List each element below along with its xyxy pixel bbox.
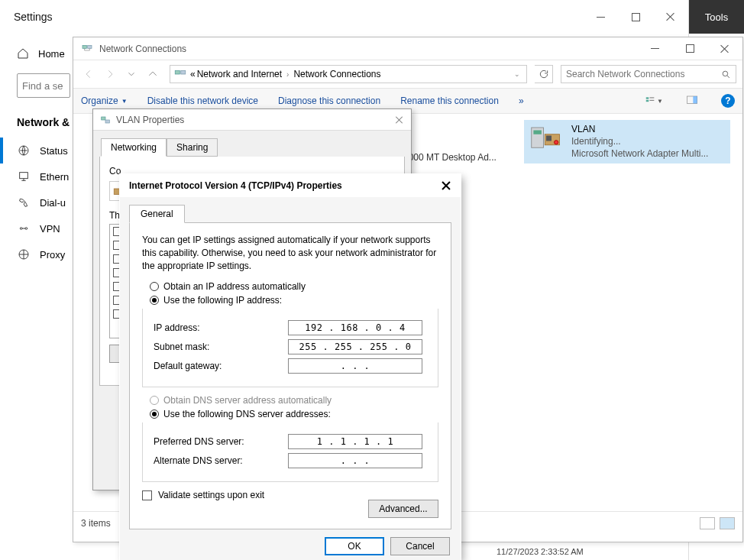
ethernet-icon	[17, 170, 31, 183]
network-icon	[99, 114, 112, 126]
default-gateway-input[interactable]: . . .	[288, 358, 422, 374]
svg-rect-13	[649, 100, 654, 101]
adapter-name: VLAN	[571, 123, 708, 135]
proxy-icon	[17, 248, 31, 261]
alternate-dns-input[interactable]: . . .	[288, 453, 422, 468]
radio-obtain-ip-auto[interactable]: Obtain an IP address automatically	[150, 281, 438, 292]
subnet-mask-label: Subnet mask:	[154, 342, 288, 352]
advanced-button[interactable]: Advanced...	[368, 500, 438, 518]
breadcrumb-icon	[173, 67, 187, 81]
adapter-vlan[interactable]: VLAN Identifying... Microsoft Network Ad…	[524, 120, 730, 163]
refresh-button[interactable]	[535, 65, 553, 83]
ip-address-input[interactable]: 192 . 168 . 0 . 4	[288, 320, 422, 335]
sidebar-item-label: Proxy	[40, 249, 65, 261]
breadcrumb-dropdown[interactable]: ⌄	[514, 70, 520, 78]
minimize-button[interactable]	[583, 0, 618, 34]
ipv4-close-button[interactable]	[439, 179, 453, 193]
chevron-right-icon: ›	[286, 70, 289, 79]
radio-icon	[150, 396, 159, 405]
explorer-titlebar: Network Connections	[73, 37, 742, 60]
sidebar-item-label: VPN	[40, 223, 60, 235]
sidebar-home[interactable]: Home	[0, 41, 73, 66]
svg-rect-12	[649, 97, 654, 98]
window-controls	[583, 0, 688, 34]
ip-group: IP address: 192 . 168 . 0 . 4 Subnet mas…	[142, 309, 438, 387]
close-button[interactable]	[653, 0, 688, 34]
toolbar-diagnose[interactable]: Diagnose this connection	[278, 95, 380, 106]
nav-back-button[interactable]	[79, 65, 98, 83]
svg-rect-1	[20, 173, 28, 179]
nav-up-button[interactable]	[144, 65, 162, 83]
explorer-title-text: Network Connections	[99, 44, 186, 54]
settings-sidebar: Home Network & Status Ethern Dial-u VPN	[0, 34, 73, 560]
svg-point-2	[20, 228, 22, 230]
sidebar-item-vpn[interactable]: VPN	[0, 215, 73, 241]
radio-use-static-dns[interactable]: Use the following DNS server addresses:	[150, 409, 438, 419]
ipv4-title-text: Internet Protocol Version 4 (TCP/IPv4) P…	[129, 180, 342, 191]
cancel-button[interactable]: Cancel	[390, 537, 450, 555]
dns-group: Preferred DNS server: 1 . 1 . 1 . 1 Alte…	[142, 422, 438, 482]
toolbar-view-dropdown[interactable]: ▼	[645, 93, 663, 108]
svg-rect-6	[88, 45, 92, 48]
status-icon	[17, 144, 31, 157]
explorer-maximize-button[interactable]	[672, 37, 707, 60]
ip-address-label: IP address:	[154, 322, 288, 333]
maximize-button[interactable]	[618, 0, 653, 34]
radio-icon	[150, 296, 159, 305]
subnet-mask-input[interactable]: 255 . 255 . 255 . 0	[288, 339, 422, 354]
breadcrumb-pre: «	[190, 69, 196, 79]
view-icons-button[interactable]	[720, 517, 735, 529]
svg-point-9	[723, 71, 728, 76]
explorer-search[interactable]	[561, 65, 736, 83]
vlan-titlebar: VLAN Properties	[93, 109, 411, 131]
toolbar-organize[interactable]: Organize▼	[81, 95, 128, 106]
network-connections-icon	[81, 43, 93, 55]
taskbar-timestamp: 11/27/2023 2:33:52 AM	[497, 547, 584, 556]
sidebar-item-proxy[interactable]: Proxy	[0, 241, 73, 267]
search-icon	[721, 70, 731, 79]
settings-titlebar: Settings	[0, 0, 688, 34]
ok-button[interactable]: OK	[325, 537, 384, 555]
explorer-close-button[interactable]	[707, 37, 742, 60]
vpn-icon	[17, 222, 31, 235]
breadcrumb-seg-1[interactable]: Network and Internet	[197, 69, 282, 79]
toolbar-preview-pane[interactable]	[683, 93, 701, 108]
svg-point-20	[555, 141, 558, 144]
taskbar-fragment: 11/27/2023 2:33:52 AM	[451, 543, 744, 560]
radio-icon	[150, 282, 159, 291]
breadcrumb-seg-2[interactable]: Network Connections	[293, 69, 380, 79]
toolbar-rename[interactable]: Rename this connection	[400, 95, 499, 106]
explorer-minimize-button[interactable]	[637, 37, 672, 60]
settings-search[interactable]	[17, 73, 70, 98]
default-gateway-label: Default gateway:	[154, 361, 288, 371]
svg-rect-10	[646, 97, 649, 99]
vlan-close-button[interactable]	[393, 113, 406, 127]
preferred-dns-input[interactable]: 1 . 1 . 1 . 1	[288, 434, 422, 449]
settings-heading: Network &	[17, 116, 73, 128]
sidebar-item-dialup[interactable]: Dial-u	[0, 189, 73, 215]
nav-forward-button[interactable]	[101, 65, 119, 83]
sidebar-home-label: Home	[38, 48, 65, 60]
view-details-button[interactable]	[700, 517, 715, 529]
nav-recent-button[interactable]	[122, 65, 141, 83]
adapter-status: Identifying...	[571, 135, 708, 147]
vlan-tab-networking[interactable]: Networking	[101, 138, 167, 157]
tools-tab[interactable]: Tools	[689, 0, 744, 34]
status-item-count: 3 items	[81, 518, 111, 529]
help-button[interactable]: ?	[721, 94, 735, 108]
vlan-tab-sharing[interactable]: Sharing	[167, 138, 218, 157]
sidebar-item-status[interactable]: Status	[0, 138, 73, 163]
validate-checkbox[interactable]	[142, 490, 152, 500]
settings-search-input[interactable]	[22, 80, 65, 92]
radio-use-static-ip[interactable]: Use the following IP address:	[150, 295, 438, 306]
svg-rect-21	[102, 117, 105, 120]
ipv4-tab-general[interactable]: General	[129, 205, 185, 223]
adapter-icon	[529, 123, 564, 154]
toolbar-more[interactable]: »	[519, 95, 524, 106]
breadcrumb[interactable]: « Network and Internet › Network Connect…	[170, 65, 527, 83]
explorer-search-input[interactable]	[566, 69, 717, 79]
radio-icon	[150, 409, 159, 419]
toolbar-disable-device[interactable]: Disable this network device	[147, 95, 258, 106]
svg-rect-15	[693, 96, 697, 103]
sidebar-item-ethernet[interactable]: Ethern	[0, 163, 73, 189]
